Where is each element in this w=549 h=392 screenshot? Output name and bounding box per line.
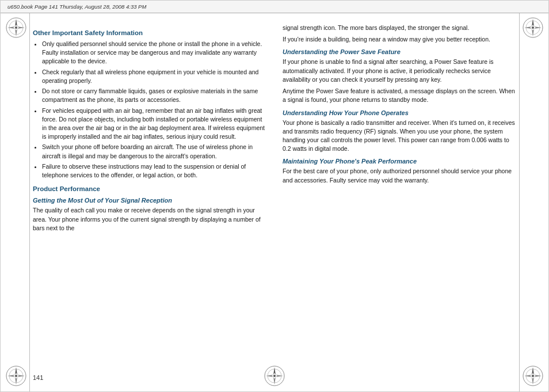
svg-point-13 xyxy=(532,26,534,29)
phone-operates-subheading: Understanding How Your Phone Operates xyxy=(283,109,516,116)
content-area: Other Important Safety Information Only … xyxy=(33,18,516,368)
signal-continuation-text: signal strength icon. The more bars disp… xyxy=(283,24,516,32)
svg-marker-4 xyxy=(7,26,15,29)
bullet-item-6: Failure to observe these instructions ma… xyxy=(42,162,266,180)
main-heading: Other Important Safety Information xyxy=(33,29,266,36)
svg-marker-9 xyxy=(532,19,534,26)
phone-operates-text: Your phone is basically a radio transmit… xyxy=(283,119,516,154)
power-save-subheading: Understanding the Power Save Feature xyxy=(283,48,516,55)
svg-marker-32 xyxy=(266,375,273,377)
svg-marker-12 xyxy=(534,26,542,29)
bullet-item-5: Switch your phone off before boarding an… xyxy=(42,143,266,160)
side-line-left xyxy=(29,13,30,391)
corner-compass-tr xyxy=(522,17,544,39)
corner-compass-bl xyxy=(5,365,27,387)
bullet-item-4: For vehicles equipped with an air bag, r… xyxy=(42,106,266,142)
page-number: 141 xyxy=(33,374,43,381)
peak-performance-subheading: Maintaining Your Phone's Peak Performanc… xyxy=(283,158,516,165)
svg-marker-2 xyxy=(15,19,17,26)
corner-compass-tl xyxy=(5,17,27,39)
left-column: Other Important Safety Information Only … xyxy=(33,18,266,368)
page-container: u650.book Page 141 Thursday, August 28, … xyxy=(0,0,549,392)
svg-marker-16 xyxy=(15,367,17,375)
corner-compass-br xyxy=(522,365,544,387)
product-performance-heading: Product Performance xyxy=(33,185,266,192)
svg-marker-5 xyxy=(17,26,25,29)
side-line-right xyxy=(519,13,520,391)
svg-marker-26 xyxy=(534,375,542,377)
signal-reception-text: The quality of each call you make or rec… xyxy=(33,206,266,233)
bullet-item-2: Check regularly that all wireless phone … xyxy=(42,68,266,85)
svg-marker-33 xyxy=(276,375,283,377)
svg-marker-3 xyxy=(15,29,17,36)
right-column: signal strength icon. The more bars disp… xyxy=(283,18,516,368)
svg-point-6 xyxy=(15,26,17,29)
svg-marker-18 xyxy=(7,375,15,377)
svg-marker-25 xyxy=(524,375,532,377)
top-bar: u650.book Page 141 Thursday, August 28, … xyxy=(1,1,548,13)
svg-marker-31 xyxy=(273,377,276,385)
peak-performance-text: For the best care of your phone, only au… xyxy=(283,167,516,184)
power-save-text-2: Anytime the Power Save feature is activa… xyxy=(283,87,516,104)
svg-marker-17 xyxy=(15,377,17,385)
svg-marker-23 xyxy=(532,367,534,375)
svg-marker-11 xyxy=(524,26,532,29)
bullet-item-1: Only qualified personnel should service … xyxy=(42,40,266,66)
top-bar-text: u650.book Page 141 Thursday, August 28, … xyxy=(7,3,146,10)
svg-point-20 xyxy=(15,375,17,377)
bullet-item-3: Do not store or carry flammable liquids,… xyxy=(42,87,266,104)
safety-bullet-list: Only qualified personnel should service … xyxy=(33,40,266,180)
svg-point-34 xyxy=(273,375,276,377)
svg-point-27 xyxy=(532,375,534,377)
svg-marker-19 xyxy=(17,375,25,377)
reception-tip-text: If you're inside a building, being near … xyxy=(283,35,516,44)
signal-reception-subheading: Getting the Most Out of Your Signal Rece… xyxy=(33,197,266,204)
power-save-text-1: If your phone is unable to find a signal… xyxy=(283,58,516,84)
svg-marker-10 xyxy=(532,29,534,36)
svg-marker-24 xyxy=(532,377,534,385)
